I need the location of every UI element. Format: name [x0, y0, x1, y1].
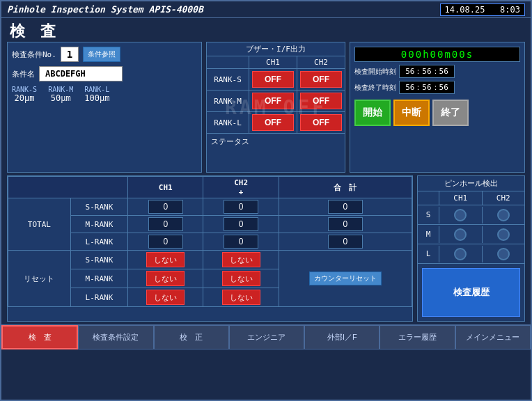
- buzzer-rank-m-ch1-cell: OFF: [249, 91, 297, 111]
- rank-m-value: 50μm: [51, 93, 71, 103]
- reset-s-ch2-btn[interactable]: しない: [222, 252, 260, 267]
- pinhole-m-ch2-indicator: [497, 228, 510, 241]
- col-ch1: CH1: [128, 177, 203, 198]
- total-m-ch1-input[interactable]: [148, 217, 183, 231]
- title-bar: Pinhole Inspection System APIS-4000B 14.…: [1, 1, 531, 18]
- condition-panel: 検査条件No. 1 条件参照 条件名 ABCDEFGH RANK-S 20μm …: [7, 42, 202, 173]
- pinhole-l-ch1-indicator: [454, 248, 467, 260]
- m-rank-label: M-RANK: [70, 216, 127, 233]
- reset-label-cell: リセット: [8, 251, 71, 307]
- l-rank-label: L-RANK: [70, 233, 127, 251]
- end-time-label: 検査終了時刻: [354, 83, 396, 93]
- app-title: Pinhole Inspection System APIS-4000B: [7, 4, 203, 15]
- table-header-row: CH1 CH2 + 合 計: [8, 177, 412, 198]
- rank-m-item: RANK-M 50μm: [48, 86, 73, 103]
- s-rank-label: S-RANK: [70, 198, 127, 216]
- buzzer-col-empty: [207, 56, 249, 68]
- bottom-nav: 検 査検査条件設定校 正エンジニア外部I／Fエラー履歴メインメニュー: [1, 324, 531, 349]
- total-s-ch1-input[interactable]: [148, 200, 183, 214]
- rank-s-label: RANK-S: [12, 86, 37, 93]
- end-time-row: 検査終了時刻 56：56：56: [354, 81, 520, 94]
- buzzer-rank-m-ch2-btn[interactable]: OFF: [300, 93, 342, 109]
- nav-btn-3[interactable]: エンジニア: [229, 325, 304, 349]
- condition-name-label: 条件名: [12, 69, 35, 79]
- total-l-total: [279, 233, 412, 251]
- nav-btn-6[interactable]: メインメニュー: [455, 325, 531, 349]
- buzzer-rank-l-label: RANK-L: [207, 116, 249, 129]
- pinhole-s-ch2-indicator: [497, 209, 510, 221]
- total-l-total-input[interactable]: [328, 235, 363, 249]
- total-m-total-input[interactable]: [328, 217, 363, 231]
- total-l-ch1: [128, 233, 203, 251]
- col-ch2-plus: +: [239, 187, 244, 196]
- reset-m-ch1-btn[interactable]: しない: [146, 271, 185, 286]
- buzzer-rank-l-ch1-btn[interactable]: OFF: [252, 114, 294, 131]
- buzzer-rank-m-label: RANK-M: [207, 95, 249, 108]
- total-m-ch2-input[interactable]: [224, 217, 258, 231]
- total-l-ch2-input[interactable]: [224, 235, 258, 249]
- counter-reset-button[interactable]: カウンターリセット: [309, 272, 382, 285]
- reset-m-ch2-btn[interactable]: しない: [222, 271, 260, 286]
- col-ch2-header: CH2 +: [203, 177, 279, 198]
- history-button[interactable]: 検査履歴: [422, 268, 520, 317]
- buzzer-header: CH1 CH2: [207, 56, 345, 69]
- pinhole-header: CH1 CH2: [418, 191, 524, 205]
- buzzer-rank-l-row: RANK-L OFF OFF: [207, 112, 345, 134]
- pause-button[interactable]: 中断: [393, 100, 430, 126]
- condition-no-row: 検査条件No. 1 条件参照: [12, 47, 197, 62]
- total-s-total: [279, 198, 412, 216]
- time-value: 8:03: [500, 5, 520, 15]
- nav-btn-2[interactable]: 校 正: [154, 325, 229, 349]
- start-time-value: 56：56：56: [399, 65, 455, 78]
- buzzer-rank-s-ch1-cell: OFF: [249, 69, 297, 90]
- total-label-cell: TOTAL: [8, 198, 71, 251]
- nav-btn-1[interactable]: 検査条件設定: [78, 325, 153, 349]
- reset-l-ch1-btn[interactable]: しない: [146, 290, 185, 305]
- buzzer-rank-m-row: RANK-M OFF OFF: [207, 91, 345, 112]
- total-m-total: [279, 216, 412, 233]
- buzzer-rank-s-ch2-cell: OFF: [297, 69, 345, 90]
- pinhole-l-ch1-cell: [439, 246, 482, 262]
- pinhole-l-row: L: [418, 244, 524, 264]
- condition-name-value: ABCDEFGH: [39, 66, 123, 81]
- buzzer-rank-s-ch2-btn[interactable]: OFF: [300, 71, 342, 88]
- buzzer-rank-l-ch2-btn[interactable]: OFF: [300, 114, 342, 131]
- pinhole-s-ch1-cell: [439, 207, 482, 223]
- total-l-ch1-input[interactable]: [148, 235, 183, 249]
- reset-s-counter-cell: カウンターリセット: [279, 251, 412, 307]
- reset-l-ch2-btn[interactable]: しない: [222, 290, 260, 305]
- total-s-ch2-input[interactable]: [224, 200, 258, 214]
- condition-ref-button[interactable]: 条件参照: [83, 47, 120, 62]
- total-s-total-input[interactable]: [328, 200, 363, 214]
- nav-btn-0[interactable]: 検 査: [1, 325, 78, 349]
- pinhole-col-ch2: CH2: [482, 191, 525, 205]
- buzzer-rank-s-ch1-btn[interactable]: OFF: [252, 71, 294, 88]
- buzzer-rank-m-ch1-btn[interactable]: OFF: [252, 93, 294, 109]
- data-table: CH1 CH2 + 合 計 TOTAL S-RANK: [7, 175, 413, 322]
- start-time-label: 検査開始時刻: [354, 67, 396, 77]
- buzzer-col-ch1: CH1: [249, 56, 297, 68]
- date-value: 14.08.25: [445, 5, 485, 15]
- datetime-display: 14.08.25 8:03: [440, 3, 525, 16]
- pinhole-title: ピンホール検出: [418, 176, 524, 191]
- nav-btn-4[interactable]: 外部I／F: [304, 325, 380, 349]
- end-button[interactable]: 終了: [432, 100, 469, 126]
- nav-btn-5[interactable]: エラー履歴: [380, 325, 455, 349]
- status-label: ステータス: [207, 134, 345, 150]
- buzzer-panel: ブザー・I/F出力 CH1 CH2 RANK-S OFF OFF RANK-M …: [206, 42, 345, 173]
- total-s-ch2: [203, 198, 279, 216]
- pinhole-l-ch2-indicator: [497, 248, 510, 260]
- total-m-ch2: [203, 216, 279, 233]
- reset-s-ch1-btn[interactable]: しない: [146, 252, 185, 267]
- pinhole-s-row: S: [418, 205, 524, 225]
- reset-s-rank-row: リセット S-RANK しない しない カウンターリセット: [8, 251, 412, 269]
- total-l-ch2: [203, 233, 279, 251]
- start-button[interactable]: 開始: [354, 100, 391, 126]
- col-empty: [8, 177, 128, 198]
- buzzer-rank-l-ch2-cell: OFF: [297, 112, 345, 133]
- condition-name-row: 条件名 ABCDEFGH: [12, 66, 197, 81]
- pinhole-s-label: S: [418, 210, 439, 219]
- col-total: 合 計: [279, 177, 412, 198]
- pinhole-m-ch2-cell: [482, 226, 525, 243]
- rank-sizes: RANK-S 20μm RANK-M 50μm RANK-L 100μm: [12, 86, 197, 103]
